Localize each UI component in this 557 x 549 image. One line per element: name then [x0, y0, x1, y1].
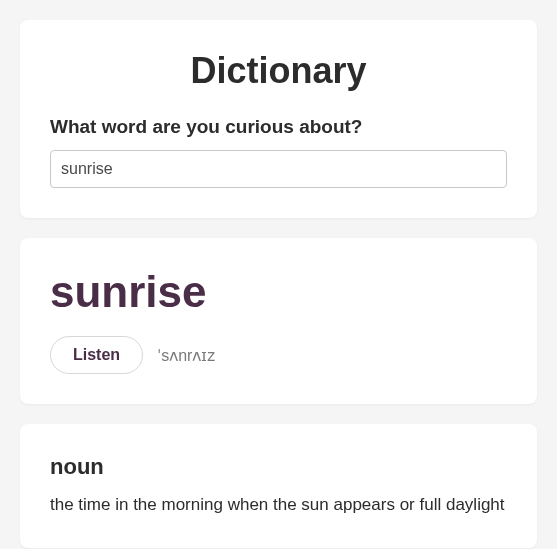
search-card: Dictionary What word are you curious abo… — [20, 20, 537, 218]
search-input[interactable] — [50, 150, 507, 188]
definition-text: the time in the morning when the sun app… — [50, 492, 507, 518]
part-of-speech: noun — [50, 454, 507, 480]
pronunciation-row: Listen ˈsʌnrʌɪz — [50, 336, 507, 374]
ipa-text: ˈsʌnrʌɪz — [157, 346, 215, 365]
listen-button[interactable]: Listen — [50, 336, 143, 374]
word-heading: sunrise — [50, 268, 507, 316]
word-card: sunrise Listen ˈsʌnrʌɪz — [20, 238, 537, 404]
page-title: Dictionary — [50, 50, 507, 92]
definition-card: noun the time in the morning when the su… — [20, 424, 537, 548]
search-prompt: What word are you curious about? — [50, 116, 507, 138]
